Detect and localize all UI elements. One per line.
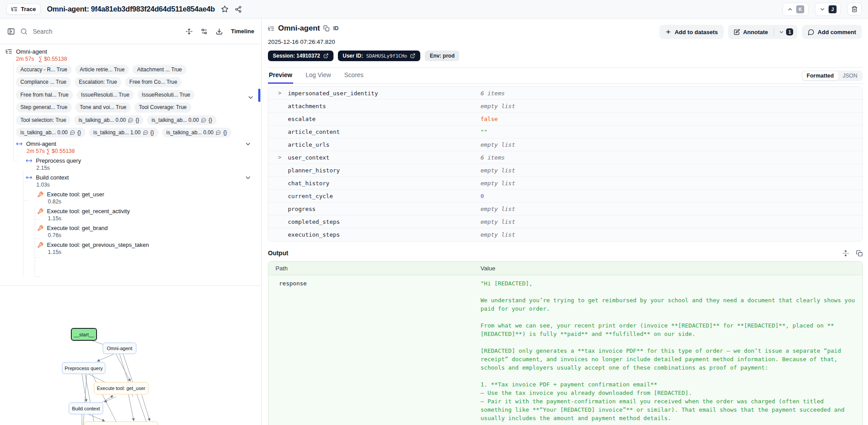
graph-node[interactable]: Execute tool: get_user bbox=[94, 382, 148, 394]
span-duration: 2m 57s ∑ $0.55138 bbox=[16, 148, 256, 154]
annotate-button[interactable]: Annotate bbox=[728, 25, 774, 39]
tab-preview[interactable]: Preview bbox=[268, 68, 293, 84]
chevron-down-icon[interactable] bbox=[247, 94, 254, 101]
comment-bubble-icon bbox=[216, 130, 221, 135]
kv-key: user_context bbox=[288, 154, 329, 161]
score-badge[interactable]: is_talking_ab... 1.00{} bbox=[89, 128, 159, 137]
trace-span-row[interactable]: Execute tool: get_user0.82s bbox=[5, 191, 256, 205]
span-duration: 0.82s bbox=[37, 199, 256, 205]
span-type-icon bbox=[26, 174, 32, 181]
list-tree-icon bbox=[268, 25, 275, 32]
download-icon[interactable] bbox=[216, 28, 223, 35]
session-label: Session: 14910372 bbox=[273, 53, 320, 59]
search-input[interactable] bbox=[33, 28, 180, 35]
score-badge[interactable]: Attachment ... True bbox=[132, 65, 186, 74]
trace-detail-panel: Omni-agent ID 2025-12-16 07:26:47.820 Se… bbox=[262, 19, 868, 425]
add-comment-button[interactable]: Add comment bbox=[802, 25, 862, 39]
shortcut-key-k: K bbox=[796, 5, 804, 13]
user-id-label: User ID: bbox=[343, 53, 363, 59]
copy-id-label[interactable]: ID bbox=[333, 25, 338, 31]
settings-sliders-icon[interactable] bbox=[201, 28, 208, 35]
format-option-json[interactable]: JSON bbox=[838, 71, 862, 80]
user-id-badge[interactable]: User ID: SDAHUSLy9f1CHo bbox=[338, 51, 421, 61]
kv-value: empty list bbox=[480, 167, 515, 174]
root-duration: 2m 57s bbox=[16, 56, 34, 62]
external-link-icon bbox=[410, 53, 415, 58]
kv-value: empty list bbox=[480, 180, 515, 187]
comment-bubble-icon bbox=[201, 117, 206, 123]
score-badge[interactable]: Article retrie... True bbox=[75, 65, 129, 74]
expand-chevron-icon[interactable]: > bbox=[278, 154, 281, 160]
share-icon[interactable] bbox=[235, 6, 242, 13]
tree-root-row[interactable]: Omni-agent bbox=[5, 48, 256, 55]
expand-chevron-icon[interactable]: > bbox=[278, 90, 281, 96]
annotation-count-badge: 1 bbox=[786, 28, 793, 35]
graph-node[interactable]: __start__ bbox=[71, 328, 97, 341]
next-trace-button[interactable]: J bbox=[815, 3, 841, 16]
score-badge[interactable]: Tool Coverage: True bbox=[134, 102, 191, 112]
delete-trace-button[interactable] bbox=[847, 3, 862, 16]
trace-span-row[interactable]: Execute tool: get_recent_activity1.15s bbox=[5, 208, 256, 222]
output-path: response bbox=[268, 275, 480, 425]
annotate-split-button: Annotate 1 bbox=[728, 25, 798, 39]
score-badge-label: Tone and voi... True bbox=[80, 104, 126, 110]
trace-span-row[interactable]: Build context1.03s bbox=[5, 174, 256, 188]
tab-scores[interactable]: Scores bbox=[343, 68, 364, 84]
kv-row: progressempty list bbox=[268, 203, 862, 215]
copy-icon[interactable] bbox=[856, 250, 863, 257]
trace-span-row[interactable]: Execute tool: get_previous_steps_taken1.… bbox=[5, 242, 256, 255]
score-badge[interactable]: Tool selection: True bbox=[16, 115, 70, 125]
span-type-icon bbox=[26, 157, 32, 164]
graph-node[interactable]: Omni-agent bbox=[103, 343, 136, 354]
span-name: Execute tool: get_recent_activity bbox=[47, 208, 130, 214]
tab-log-view[interactable]: Log View bbox=[305, 68, 332, 84]
collapse-all-icon[interactable] bbox=[186, 28, 193, 35]
score-badge[interactable]: Compliance ... True bbox=[16, 77, 71, 87]
tool-wrench-icon bbox=[37, 208, 43, 214]
score-badge-label: Free from Co... True bbox=[129, 79, 177, 85]
add-comment-label: Add comment bbox=[818, 29, 856, 35]
annotate-label: Annotate bbox=[743, 29, 768, 35]
timeline-toggle[interactable]: Timeline bbox=[231, 28, 254, 35]
score-badge[interactable]: Free from Co... True bbox=[125, 77, 182, 87]
score-badge[interactable]: IssueResoluti... True bbox=[137, 90, 194, 100]
score-badge[interactable]: Accuracy - R... True bbox=[16, 65, 72, 74]
annotate-dropdown[interactable]: 1 bbox=[774, 28, 798, 35]
trace-span-row[interactable]: Preprocess query2.15s bbox=[5, 157, 256, 171]
graph-node[interactable]: Execute tool: get_recent_activity bbox=[84, 421, 158, 425]
score-badge[interactable]: IssueResoluti... True bbox=[77, 90, 134, 100]
kv-key: execution_steps bbox=[288, 231, 340, 238]
copy-icon[interactable] bbox=[323, 25, 329, 31]
score-badge-label: is_talking_ab... 0.00 bbox=[20, 129, 68, 136]
chevron-up-icon bbox=[787, 6, 793, 12]
trace-span-row[interactable]: Omni-agent2m 57s ∑ $0.55138 bbox=[5, 140, 256, 154]
graph-node[interactable]: Preprocess query bbox=[62, 362, 105, 374]
kv-row: >impersonated_user_identity6 items bbox=[268, 87, 862, 100]
chevron-down-icon[interactable] bbox=[244, 174, 252, 181]
chevron-down-icon[interactable] bbox=[244, 140, 252, 148]
tree-connector bbox=[35, 277, 40, 277]
trace-type-chip[interactable]: Trace bbox=[6, 4, 41, 15]
session-badge[interactable]: Session: 14910372 bbox=[268, 51, 333, 61]
score-badge[interactable]: Tone and voi... True bbox=[75, 102, 131, 112]
bookmark-star-icon[interactable] bbox=[221, 5, 229, 13]
add-to-datasets-button[interactable]: Add to datasets bbox=[659, 25, 724, 39]
score-badge[interactable]: Step generat... True bbox=[16, 102, 72, 112]
score-badge[interactable]: is_talking_ab... 0.00{} bbox=[147, 115, 217, 125]
score-badge[interactable]: Escalation: True bbox=[74, 77, 121, 87]
expand-rows-icon[interactable] bbox=[842, 250, 849, 257]
input-kv-table: >impersonated_user_identity6 itemsattach… bbox=[268, 86, 863, 242]
score-badge[interactable]: Free from hal... True bbox=[16, 90, 73, 100]
score-badge[interactable]: is_talking_ab... 0.00{} bbox=[162, 128, 232, 137]
graph-node[interactable]: Build context bbox=[69, 402, 103, 414]
span-name: Execute tool: get_previous_steps_taken bbox=[47, 242, 149, 248]
sidebar-scrollbar-thumb[interactable] bbox=[258, 89, 260, 102]
format-option-formatted[interactable]: Formatted bbox=[802, 71, 838, 80]
score-badge[interactable]: is_talking_ab... 0.00{} bbox=[16, 128, 85, 137]
kv-row: current_cycle0 bbox=[268, 190, 862, 203]
kv-row: chat_historyempty list bbox=[268, 177, 862, 190]
panel-collapse-icon[interactable] bbox=[7, 27, 15, 35]
trace-span-row[interactable]: Execute tool: get_brand0.76s bbox=[5, 225, 256, 238]
previous-trace-button[interactable]: K bbox=[783, 3, 809, 16]
score-badge[interactable]: is_talking_ab... 0.00{} bbox=[74, 115, 143, 125]
